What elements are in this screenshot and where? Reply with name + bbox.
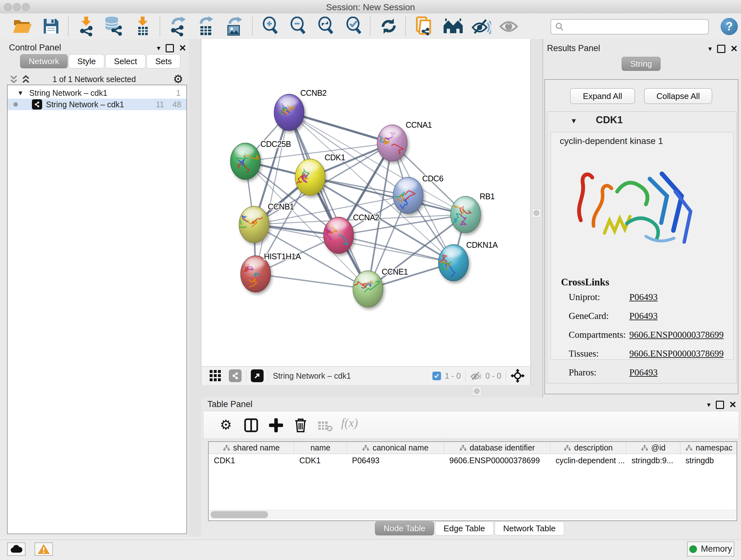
column-header-database-identifier[interactable]: database identifier bbox=[444, 442, 550, 454]
network-edge[interactable] bbox=[256, 112, 289, 274]
column-header-@id[interactable]: @id bbox=[626, 442, 680, 454]
export-network-button[interactable] bbox=[165, 15, 190, 37]
splitter-handle[interactable] bbox=[532, 208, 541, 217]
table-cell[interactable]: stringdb:9... bbox=[631, 456, 673, 465]
table-options-gear-icon[interactable]: ⚙ bbox=[220, 418, 232, 432]
table-panel-close-icon[interactable]: ✕ bbox=[729, 401, 737, 408]
zoom-selected-button[interactable] bbox=[342, 15, 366, 37]
collapse-all-icon[interactable] bbox=[9, 75, 18, 84]
right-splitter[interactable] bbox=[530, 39, 542, 397]
tab-sets[interactable]: Sets bbox=[146, 54, 180, 68]
network-edge[interactable] bbox=[339, 235, 454, 263]
help-button[interactable]: ? bbox=[721, 18, 738, 35]
crosslink-link[interactable]: P06493 bbox=[629, 292, 658, 302]
import-network-from-database-button[interactable] bbox=[102, 15, 126, 37]
open-session-button[interactable] bbox=[10, 15, 35, 37]
section-collapse-icon[interactable]: ▼ bbox=[570, 117, 577, 125]
string-hide-glass-button[interactable] bbox=[469, 15, 493, 37]
network-node-CDK1[interactable] bbox=[295, 159, 325, 195]
tab-network[interactable]: Network bbox=[20, 54, 68, 68]
zoom-in-button[interactable] bbox=[259, 15, 283, 37]
results-panel-menu-icon[interactable]: ▾ bbox=[708, 45, 712, 53]
results-panel-close-icon[interactable]: ✕ bbox=[731, 46, 738, 52]
tab-style[interactable]: Style bbox=[69, 54, 105, 68]
scrollbar-thumb[interactable] bbox=[211, 511, 268, 518]
tab-select[interactable]: Select bbox=[105, 54, 145, 68]
show-hide-panel-button[interactable] bbox=[496, 15, 521, 37]
network-node-CDC25B[interactable] bbox=[230, 143, 264, 179]
add-column-icon[interactable] bbox=[269, 418, 283, 432]
column-header-shared-name[interactable]: shared name bbox=[209, 442, 294, 454]
table-cell[interactable]: CDK1 bbox=[299, 456, 321, 465]
selected-checkbox-icon[interactable] bbox=[432, 372, 441, 380]
delete-column-icon[interactable] bbox=[294, 418, 307, 433]
network-options-gear-icon[interactable]: ⚙ bbox=[173, 73, 183, 85]
import-network-from-file-button[interactable] bbox=[74, 15, 98, 37]
network-edge[interactable] bbox=[289, 112, 392, 143]
cloud-status-button[interactable] bbox=[7, 543, 25, 556]
fit-content-crosshair-icon[interactable] bbox=[511, 369, 525, 383]
network-node-RB1[interactable] bbox=[451, 196, 481, 233]
crosslink-link[interactable]: 9606.ENSP00000378699 bbox=[629, 348, 724, 359]
memory-button[interactable]: Memory bbox=[687, 542, 734, 557]
crosslink-link[interactable]: P06493 bbox=[629, 367, 658, 378]
network-edge[interactable] bbox=[256, 274, 368, 289]
tab-node-table[interactable]: Node Table bbox=[375, 521, 434, 536]
column-header-canonical-name[interactable]: canonical name bbox=[347, 442, 444, 454]
network-node-CCNB1[interactable] bbox=[238, 206, 269, 243]
apply-layout-button[interactable] bbox=[377, 15, 401, 37]
table-cell[interactable]: CDK1 bbox=[214, 456, 235, 465]
save-session-button[interactable] bbox=[39, 15, 63, 37]
network-node-CDC6[interactable] bbox=[393, 177, 423, 213]
zoom-out-button[interactable] bbox=[286, 15, 311, 37]
horizontal-scrollbar[interactable] bbox=[209, 510, 736, 519]
string-species-button[interactable] bbox=[441, 15, 465, 37]
open-in-window-icon[interactable] bbox=[251, 369, 264, 382]
splitter-handle[interactable] bbox=[472, 387, 481, 395]
table-panel-menu-icon[interactable]: ▾ bbox=[707, 401, 711, 409]
network-node-CCNB2[interactable] bbox=[274, 94, 304, 131]
expand-all-button[interactable]: Expand All bbox=[570, 88, 635, 104]
table-cell[interactable]: P06493 bbox=[352, 456, 380, 465]
network-node-HIST1H1A[interactable] bbox=[241, 256, 271, 292]
tab-network-table[interactable]: Network Table bbox=[495, 521, 564, 536]
tab-edge-table[interactable]: Edge Table bbox=[435, 521, 494, 536]
table-cell[interactable]: cyclin-dependent ... bbox=[556, 456, 625, 465]
control-panel-menu-icon[interactable]: ▾ bbox=[157, 44, 160, 52]
table-cell[interactable]: 9606.ENSP00000378699 bbox=[449, 456, 540, 465]
column-header-name[interactable]: name bbox=[294, 442, 347, 454]
warnings-button[interactable] bbox=[35, 543, 53, 556]
import-table-from-file-button[interactable] bbox=[131, 15, 155, 37]
expand-all-icon[interactable] bbox=[21, 75, 30, 84]
export-table-button[interactable] bbox=[194, 15, 218, 37]
network-canvas[interactable]: CCNB2CCNA1CDC25BCDK1CDC6RB1CCNB1CCNA2CDK… bbox=[201, 39, 530, 366]
network-row[interactable]: String Network – cdk1 11 48 bbox=[8, 99, 186, 110]
network-node-CDKN1A[interactable] bbox=[438, 245, 468, 281]
column-header-namespac[interactable]: namespac bbox=[680, 442, 737, 454]
left-splitter[interactable] bbox=[189, 39, 201, 537]
search-input[interactable] bbox=[567, 21, 708, 33]
tab-string[interactable]: String bbox=[622, 57, 661, 71]
control-panel-close-icon[interactable]: ✕ bbox=[179, 45, 186, 51]
control-panel-float-icon[interactable] bbox=[165, 44, 174, 52]
grid-view-icon[interactable] bbox=[209, 369, 222, 382]
network-node-CCNE1[interactable] bbox=[353, 271, 383, 307]
table-cell[interactable]: stringdb bbox=[685, 456, 714, 465]
string-import-button[interactable] bbox=[412, 15, 436, 37]
results-panel-float-icon[interactable] bbox=[717, 45, 725, 53]
horizontal-splitter[interactable] bbox=[201, 385, 530, 397]
network-collection-row[interactable]: ▼ String Network – cdk1 1 bbox=[8, 87, 186, 99]
network-share-view-icon[interactable] bbox=[229, 369, 242, 382]
table-panel-float-icon[interactable] bbox=[716, 401, 724, 409]
show-columns-icon[interactable] bbox=[244, 418, 258, 432]
export-image-button[interactable] bbox=[222, 15, 246, 37]
network-view[interactable]: CCNB2CCNA1CDC25BCDK1CDC6RB1CCNB1CCNA2CDK… bbox=[201, 39, 531, 366]
crosslink-link[interactable]: P06493 bbox=[629, 311, 658, 321]
crosslink-link[interactable]: 9606.ENSP00000378699 bbox=[629, 329, 724, 340]
network-node-CCNA1[interactable] bbox=[375, 125, 407, 161]
tree-expander-icon[interactable]: ▼ bbox=[17, 89, 23, 97]
collapse-all-button[interactable]: Collapse All bbox=[644, 88, 712, 104]
network-node-CCNA2[interactable] bbox=[322, 217, 354, 253]
column-header-description[interactable]: description bbox=[550, 442, 626, 454]
node-table[interactable]: shared namenamecanonical namedatabase id… bbox=[208, 441, 737, 521]
